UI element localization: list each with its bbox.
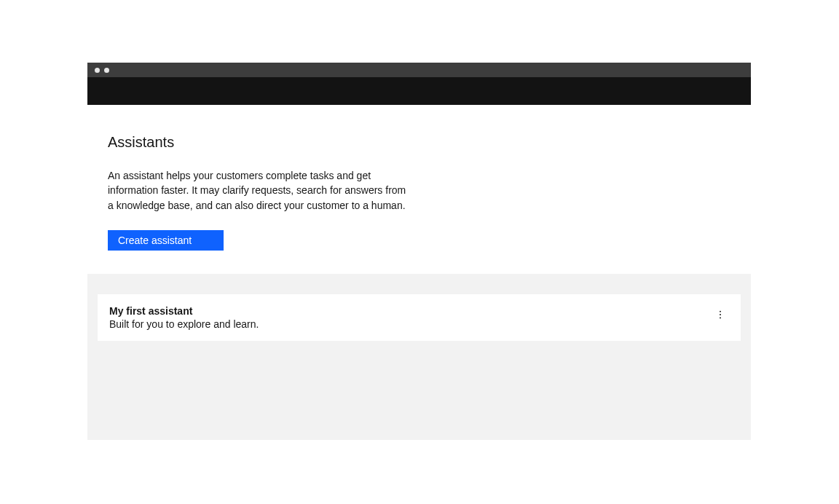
svg-point-1: [720, 314, 721, 315]
content-header-section: Assistants An assistant helps your custo…: [87, 105, 751, 274]
page-description: An assistant helps your customers comple…: [108, 168, 414, 213]
assistant-card-text: My first assistant Built for you to expl…: [109, 304, 712, 331]
overflow-menu-vertical-icon: [715, 310, 725, 320]
svg-point-2: [720, 317, 721, 318]
window-control-dot[interactable]: [95, 68, 100, 73]
assistant-description: Built for you to explore and learn.: [109, 318, 712, 331]
page-title: Assistants: [108, 134, 730, 151]
svg-point-0: [720, 311, 721, 312]
app-header-bar: [87, 77, 751, 105]
assistant-card[interactable]: My first assistant Built for you to expl…: [98, 294, 741, 341]
assistant-overflow-menu-button[interactable]: [712, 306, 729, 323]
window-control-dot[interactable]: [104, 68, 109, 73]
window-frame: Assistants An assistant helps your custo…: [87, 63, 751, 440]
window-titlebar: [87, 63, 751, 77]
create-assistant-button-label: Create assistant: [118, 235, 192, 246]
assistants-list-section: My first assistant Built for you to expl…: [87, 274, 751, 385]
create-assistant-button[interactable]: Create assistant: [108, 230, 224, 251]
assistant-name: My first assistant: [109, 304, 712, 318]
